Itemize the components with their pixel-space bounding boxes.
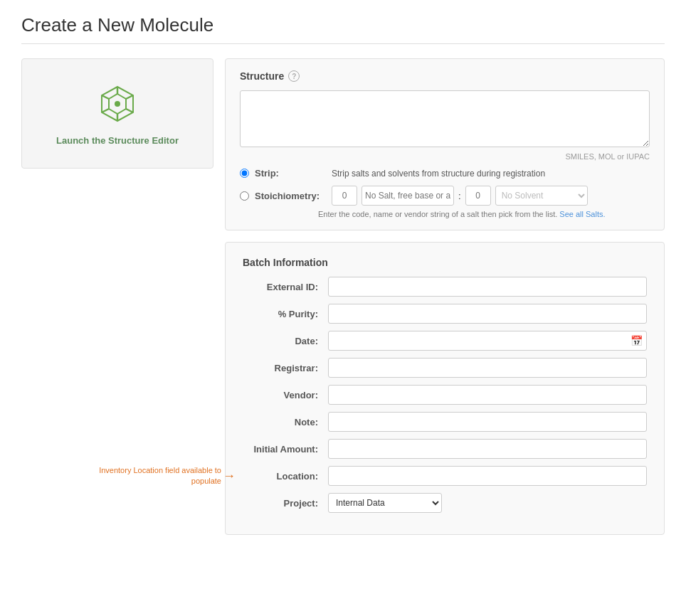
purity-input[interactable] [328, 304, 647, 324]
project-row: Project: Internal Data External Data [243, 493, 647, 513]
right-panel: Structure ? SMILES, MOL or IUPAC Strip: … [225, 58, 665, 535]
strip-description: Strip salts and solvents from structure … [332, 169, 545, 179]
strip-label: Strip: [255, 168, 326, 179]
initial-amount-label: Initial Amount: [243, 444, 328, 455]
initial-amount-input[interactable] [328, 439, 647, 459]
salt-name-input[interactable] [362, 186, 454, 206]
location-label: Location: [243, 471, 328, 482]
stoich-inputs: : No Solvent [332, 186, 588, 206]
solvent-amount-input[interactable] [465, 186, 491, 206]
initial-amount-row: Initial Amount: [243, 439, 647, 459]
date-wrapper: 📅 [328, 331, 647, 351]
date-input[interactable] [328, 331, 647, 351]
svg-line-2 [126, 95, 133, 99]
purity-label: % Purity: [243, 309, 328, 319]
note-input[interactable] [328, 412, 647, 432]
svg-line-6 [102, 95, 109, 99]
vendor-row: Vendor: [243, 385, 647, 405]
stoich-radio-row: Stoichiometry: : No Solvent [240, 186, 650, 206]
batch-section: Batch Information External ID: % Purity:… [225, 242, 665, 535]
left-panel: Launch the Structure Editor [21, 58, 213, 169]
external-id-row: External ID: [243, 277, 647, 297]
inventory-annotation-text: Inventory Location field available to po… [93, 465, 221, 487]
location-row: Inventory Location field available to po… [243, 466, 647, 486]
stoich-colon: : [458, 191, 461, 201]
annotation-arrow-icon: → [223, 469, 236, 484]
date-row: Date: 📅 [243, 331, 647, 351]
see-all-salts-link[interactable]: See all Salts. [559, 210, 605, 218]
note-label: Note: [243, 417, 328, 428]
solvent-select[interactable]: No Solvent [495, 186, 588, 206]
purity-row: % Purity: [243, 304, 647, 324]
strip-radio[interactable] [240, 169, 249, 178]
stoich-hint: Enter the code, name or vendor string of… [318, 210, 650, 218]
external-id-input[interactable] [328, 277, 647, 297]
structure-section: Structure ? SMILES, MOL or IUPAC Strip: … [225, 58, 665, 230]
vendor-input[interactable] [328, 385, 647, 405]
title-divider [21, 43, 665, 44]
stoich-label: Stoichiometry: [255, 191, 326, 201]
note-row: Note: [243, 412, 647, 432]
center-atom [115, 101, 120, 107]
structure-editor-label: Launch the Structure Editor [56, 135, 179, 146]
registrar-input[interactable] [328, 358, 647, 378]
molecule-icon [95, 81, 140, 127]
project-select[interactable]: Internal Data External Data [328, 493, 442, 513]
structure-help-icon[interactable]: ? [288, 70, 300, 82]
strip-radio-row: Strip: Strip salts and solvents from str… [240, 168, 650, 179]
structure-textarea[interactable] [240, 90, 650, 147]
registrar-row: Registrar: [243, 358, 647, 378]
date-label: Date: [243, 336, 328, 346]
salt-amount-input[interactable] [332, 186, 357, 206]
project-label: Project: [243, 498, 328, 509]
vendor-label: Vendor: [243, 390, 328, 400]
external-id-label: External ID: [243, 282, 328, 292]
structure-editor-launcher[interactable]: Launch the Structure Editor [21, 58, 213, 169]
page-title: Create a New Molecule [21, 14, 665, 36]
structure-section-title: Structure ? [240, 70, 650, 82]
location-input[interactable] [328, 466, 647, 486]
registrar-label: Registrar: [243, 363, 328, 373]
stoich-radio[interactable] [240, 191, 249, 201]
svg-line-3 [126, 109, 133, 112]
svg-line-5 [102, 109, 109, 112]
batch-section-title: Batch Information [243, 257, 647, 268]
smiles-hint: SMILES, MOL or IUPAC [240, 152, 650, 161]
main-layout: Launch the Structure Editor Structure ? … [21, 58, 665, 535]
